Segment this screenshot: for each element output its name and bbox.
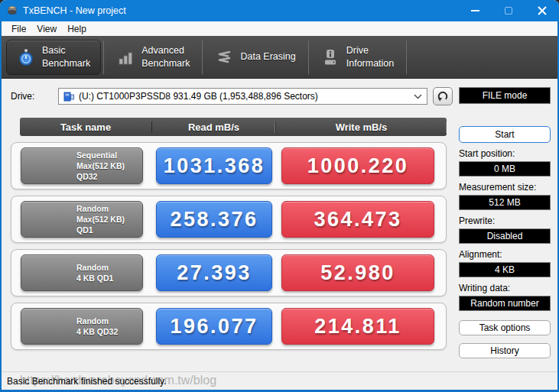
measurement-size-value[interactable]: 512 MB [459,195,551,210]
task-button[interactable]: Random Max(512 KB) QD1 [21,201,143,238]
toolbar-separator [406,40,407,74]
tab-basic-benchmark[interactable]: Basic Benchmark [6,40,101,75]
tab-data-erasing[interactable]: Data Erasing [205,40,305,75]
benchmark-row-4kb-qd32: Random 4 KB QD32 196.077 214.811 [11,303,447,350]
alignment-label: Alignment: [459,249,551,260]
benchmark-row-sequential-qd32: Sequential Max(512 KB) QD32 1031.368 100… [11,142,447,190]
write-result: 1000.220 [281,147,434,184]
side-panel: FILE mode Start Start position: 0 MB Mea… [459,87,551,371]
read-result: 1031.368 [156,147,272,184]
toolbar: Basic Benchmark Advanced Benchmark Data … [2,36,557,79]
tab-data-erasing-label: Data Erasing [240,50,295,63]
refresh-icon [437,90,449,102]
menubar: File View Help [2,21,557,36]
drive-row: Drive: (U:) CT1000P3PSSD8 931.49 GB (1,9… [11,87,453,105]
read-result: 196.077 [156,308,272,345]
drive-icon [63,91,75,102]
start-position-value[interactable]: 0 MB [459,161,551,177]
benchmark-row-random-qd1: Random Max(512 KB) QD1 258.376 364.473 [11,196,447,243]
menu-view[interactable]: View [31,23,62,35]
drive-select[interactable]: (U:) CT1000P3PSSD8 931.49 GB (1,953,488,… [58,88,427,105]
status-message: Basic Benchmark finished successfully. [7,376,167,387]
read-result: 27.393 [156,254,272,291]
txbench-window: TxBENCH - New project File View Help [0,0,559,392]
bar-chart-icon [116,48,135,66]
task-button[interactable]: Sequential Max(512 KB) QD32 [21,147,143,184]
prewrite-label: Prewrite: [459,215,551,226]
app-icon [6,5,18,17]
task-options-button[interactable]: Task options [459,320,551,335]
task-button[interactable]: Random 4 KB QD1 [21,254,143,291]
maximize-button[interactable] [492,0,525,21]
window-frame: File View Help Basic Benchmark [0,21,559,392]
tab-advanced-benchmark-label: Advanced Benchmark [141,44,190,70]
tab-drive-information[interactable]: Drive Information [311,40,405,75]
writing-data-value[interactable]: Random number [459,296,551,311]
statusbar: Basic Benchmark finished successfully. h… [2,371,557,390]
maximize-icon [505,7,512,15]
titlebar: TxBENCH - New project [0,0,559,21]
close-icon [538,6,547,15]
stopwatch-icon [17,48,35,66]
chevron-down-icon [414,94,422,99]
measurement-size-label: Measurement size: [459,182,551,193]
prewrite-value[interactable]: Disabled [459,228,551,244]
task-button[interactable]: Random 4 KB QD32 [21,308,143,345]
tab-basic-benchmark-label: Basic Benchmark [42,44,90,70]
minimize-icon [471,10,479,11]
write-result: 214.811 [281,308,434,345]
start-position-label: Start position: [459,148,551,159]
minimize-button[interactable] [458,0,492,21]
close-button[interactable] [525,0,559,21]
tab-drive-information-label: Drive Information [346,44,395,70]
results-table-header: Task name Read mB/s Write mB/s [20,118,447,136]
history-button[interactable]: History [459,343,551,358]
file-mode-button[interactable]: FILE mode [459,87,551,104]
write-result: 364.473 [281,201,434,238]
header-read: Read mB/s [151,121,275,133]
tab-advanced-benchmark[interactable]: Advanced Benchmark [106,40,200,75]
menu-file[interactable]: File [6,23,31,35]
toolbar-separator [202,40,203,74]
menu-help[interactable]: Help [62,23,92,35]
read-result: 258.376 [156,201,272,238]
writing-data-label: Writing data: [459,283,551,293]
toolbar-separator [308,40,309,74]
window-title: TxBENCH - New project [23,5,458,16]
erase-icon [215,48,233,66]
header-write: Write mB/s [275,121,447,133]
drive-select-value: (U:) CT1000P3PSSD8 931.49 GB (1,953,488,… [79,91,414,102]
refresh-drives-button[interactable] [433,87,453,105]
write-result: 52.980 [281,254,434,291]
alignment-value[interactable]: 4 KB [459,262,551,277]
content-area: Drive: (U:) CT1000P3PSSD8 931.49 GB (1,9… [2,79,557,371]
start-button[interactable]: Start [459,126,551,143]
header-task-name: Task name [20,121,151,133]
drive-label: Drive: [11,91,58,102]
toolbar-separator [103,40,104,74]
drive-info-icon [321,48,340,66]
benchmark-row-4kb-qd1: Random 4 KB QD1 27.393 52.980 [11,249,447,296]
